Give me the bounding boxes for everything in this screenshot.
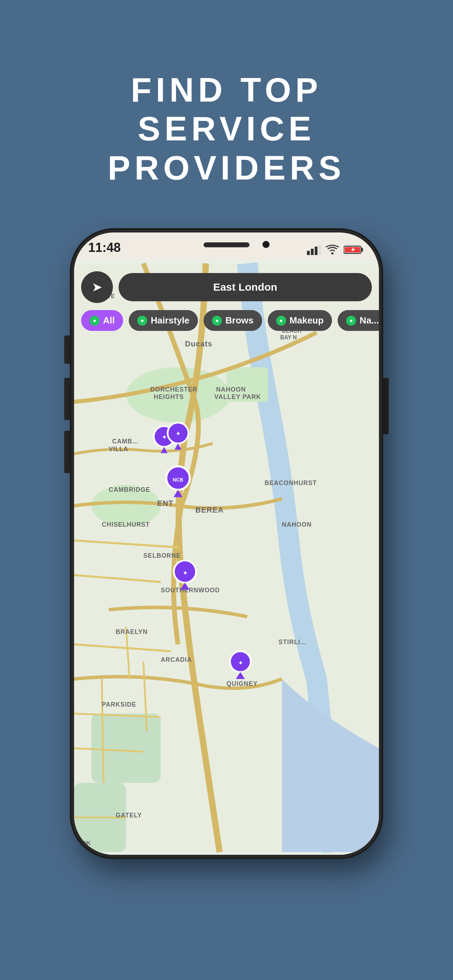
brows-chip-label: Brows — [226, 315, 253, 326]
svg-rect-0 — [307, 251, 310, 255]
svg-rect-6 — [361, 248, 363, 251]
location-arrow-icon: ➤ — [92, 280, 102, 294]
hairstyle-chip-icon: ● — [137, 316, 147, 326]
signal-icon — [307, 245, 321, 255]
volume-mute-button — [64, 336, 70, 364]
svg-text:✦: ✦ — [176, 431, 181, 437]
filter-chip-all[interactable]: ● All — [81, 310, 123, 331]
makeup-chip-label: Makeup — [290, 315, 324, 326]
all-chip-icon: ● — [90, 316, 100, 326]
svg-text:PARKSIDE: PARKSIDE — [102, 701, 137, 708]
svg-text:ROOK: ROOK — [74, 840, 91, 846]
svg-text:BAY N: BAY N — [280, 335, 297, 341]
svg-text:GATELY: GATELY — [116, 812, 142, 819]
svg-text:ARCADIA: ARCADIA — [161, 656, 192, 663]
svg-rect-1 — [311, 249, 314, 255]
wifi-icon — [325, 245, 339, 255]
location-search-text: East London — [213, 281, 277, 293]
location-button[interactable]: ➤ — [81, 271, 113, 303]
svg-text:CAMB...: CAMB... — [112, 438, 139, 445]
hairstyle-chip-label: Hairstyle — [151, 315, 189, 326]
svg-text:✦: ✦ — [162, 434, 167, 440]
svg-text:HEIGHTS: HEIGHTS — [154, 393, 184, 400]
filter-chips: ● All ● Hairstyle ● Brows ● Makeup ● N — [81, 310, 379, 331]
svg-text:NAHOON: NAHOON — [282, 521, 312, 528]
svg-text:SOUTHERNWOOD: SOUTHERNWOOD — [161, 587, 220, 594]
volume-up-button — [64, 378, 70, 420]
phone-mockup: 11:48 — [71, 230, 382, 858]
brows-chip-icon: ● — [212, 316, 222, 326]
svg-text:STIRLI...: STIRLI... — [278, 639, 306, 646]
status-time: 11:48 — [88, 240, 121, 255]
filter-chip-na[interactable]: ● Na... — [338, 310, 379, 331]
svg-text:✦: ✦ — [238, 660, 243, 667]
svg-text:ENT: ENT — [157, 499, 173, 508]
svg-rect-2 — [315, 247, 318, 255]
svg-text:QUIGNEY: QUIGNEY — [227, 680, 257, 687]
svg-text:BRAELYN: BRAELYN — [116, 628, 148, 635]
map-background: DORCHESTER HEIGHTS NAHOON VALLEY PARK CA… — [74, 261, 379, 855]
svg-text:NAHOON: NAHOON — [216, 386, 246, 393]
svg-text:NCB: NCB — [173, 477, 183, 483]
filter-chip-brows[interactable]: ● Brows — [203, 310, 262, 331]
phone-screen: 11:48 — [71, 230, 382, 858]
svg-text:✦: ✦ — [183, 570, 188, 576]
svg-rect-3 — [319, 245, 321, 255]
search-bar[interactable]: East London — [119, 273, 372, 301]
svg-text:DORCHESTER: DORCHESTER — [150, 386, 197, 393]
hero-section: FIND TOP SERVICE PROVIDERS — [108, 0, 345, 187]
phone-speaker — [203, 242, 250, 247]
svg-text:VALLEY PARK: VALLEY PARK — [215, 393, 261, 400]
map-area: DORCHESTER HEIGHTS NAHOON VALLEY PARK CA… — [74, 261, 379, 855]
svg-text:BEACONHURST: BEACONHURST — [265, 479, 317, 487]
all-chip-label: All — [103, 315, 114, 326]
makeup-chip-icon: ● — [276, 316, 286, 326]
hero-title: FIND TOP SERVICE PROVIDERS — [108, 70, 345, 187]
battery-icon — [343, 245, 365, 255]
filter-chip-makeup[interactable]: ● Makeup — [268, 310, 332, 331]
volume-down-button — [64, 431, 70, 473]
na-chip-label: Na... — [359, 315, 379, 326]
status-icons — [307, 245, 365, 255]
svg-point-4 — [331, 253, 334, 255]
svg-text:CAMBRIDGE: CAMBRIDGE — [109, 487, 150, 493]
na-chip-icon: ● — [346, 316, 356, 326]
svg-text:VILLA: VILLA — [109, 445, 129, 453]
power-button — [383, 378, 389, 434]
filter-chip-hairstyle[interactable]: ● Hairstyle — [129, 310, 198, 331]
svg-text:BEREA: BEREA — [196, 506, 224, 515]
svg-text:CHISELHURST: CHISELHURST — [102, 521, 150, 528]
map-controls: ➤ East London — [81, 271, 372, 303]
svg-text:Ducats: Ducats — [185, 339, 212, 348]
svg-text:SELBORNE: SELBORNE — [143, 552, 181, 559]
